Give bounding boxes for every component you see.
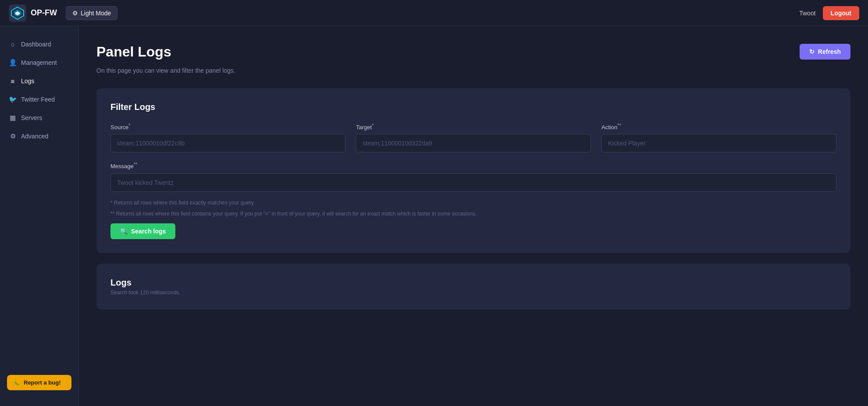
sidebar-item-advanced[interactable]: ⚙ Advanced	[0, 127, 78, 145]
page-header: Panel Logs ↻ Refresh	[96, 44, 850, 60]
logs-title: Logs	[110, 278, 836, 288]
logs-card: Logs Search took 120 milliseconds.	[96, 264, 850, 310]
refresh-icon: ↻	[809, 48, 815, 55]
light-mode-button[interactable]: ⚙ Light Mode	[66, 6, 117, 20]
app-title: OP-FW	[31, 8, 57, 18]
refresh-button[interactable]: ↻ Refresh	[800, 44, 850, 60]
servers-icon: ▦	[9, 114, 17, 122]
dashboard-icon: ○	[9, 40, 17, 48]
search-logs-button[interactable]: 🔍 Search logs	[110, 223, 175, 239]
action-label: Action**	[601, 123, 836, 131]
target-group: Target*	[356, 123, 591, 152]
username-label: Twoot	[799, 10, 815, 17]
source-label: Source*	[110, 123, 345, 131]
sidebar-item-servers[interactable]: ▦ Servers	[0, 109, 78, 127]
filter-note2: ** Returns all rows where this field con…	[110, 210, 836, 218]
page-title: Panel Logs	[96, 44, 171, 60]
advanced-icon: ⚙	[9, 132, 17, 140]
search-icon: 🔍	[120, 228, 128, 235]
sidebar-item-dashboard[interactable]: ○ Dashboard	[0, 35, 78, 53]
filter-top-row: Source* Target* Action**	[110, 123, 836, 152]
target-input[interactable]	[356, 134, 591, 152]
sidebar-item-management[interactable]: 👤 Management	[0, 53, 78, 72]
logs-subtitle: Search took 120 milliseconds.	[110, 289, 836, 296]
source-group: Source*	[110, 123, 345, 152]
sidebar-item-twitter[interactable]: 🐦 Twitter Feed	[0, 90, 78, 109]
app-logo	[9, 4, 26, 22]
filter-card: Filter Logs Source* Target* Action	[96, 88, 850, 253]
action-input[interactable]	[601, 134, 836, 152]
layout: ○ Dashboard 👤 Management ≡ Logs 🐦 Twitte…	[0, 26, 868, 406]
target-label: Target*	[356, 123, 591, 131]
page-description: On this page you can view and filter the…	[96, 67, 850, 74]
message-input[interactable]	[110, 173, 836, 192]
bug-icon: 🐛	[13, 379, 20, 386]
sidebar: ○ Dashboard 👤 Management ≡ Logs 🐦 Twitte…	[0, 26, 79, 406]
navbar-right: Twoot Logout	[799, 6, 859, 20]
message-label: Message**	[110, 163, 137, 169]
action-group: Action**	[601, 123, 836, 152]
sidebar-item-logs[interactable]: ≡ Logs	[0, 72, 78, 90]
sidebar-bottom: 🐛 Report a bug!	[0, 368, 78, 397]
logout-button[interactable]: Logout	[823, 6, 859, 20]
navbar: OP-FW ⚙ Light Mode Twoot Logout	[0, 0, 868, 26]
brand: OP-FW	[9, 4, 57, 22]
message-row: Message**	[110, 161, 836, 191]
twitter-icon: 🐦	[9, 95, 17, 103]
gear-icon: ⚙	[72, 10, 78, 17]
main-content: Panel Logs ↻ Refresh On this page you ca…	[79, 26, 868, 406]
logs-icon: ≡	[9, 77, 17, 85]
report-bug-button[interactable]: 🐛 Report a bug!	[7, 375, 71, 390]
filter-note1: * Returns all rows where this field exac…	[110, 199, 836, 207]
filter-card-title: Filter Logs	[110, 102, 836, 112]
source-input[interactable]	[110, 134, 345, 152]
management-icon: 👤	[9, 59, 17, 67]
